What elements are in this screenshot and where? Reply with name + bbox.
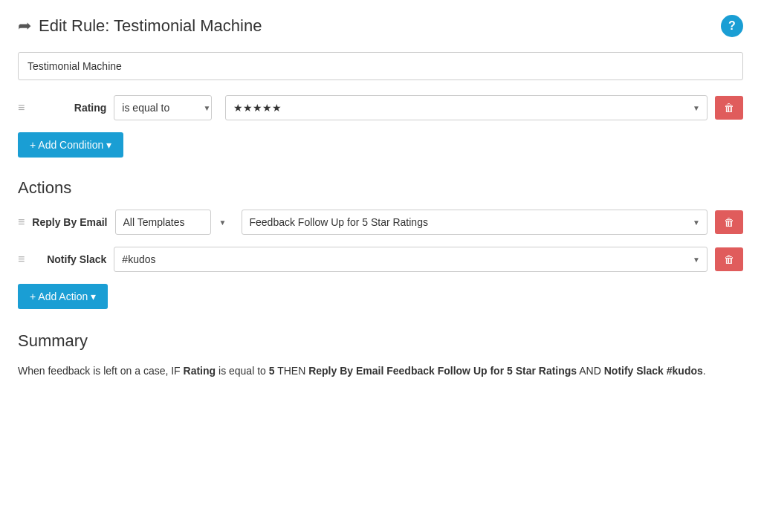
template-category-select[interactable]: All Templates My Templates — [115, 210, 211, 235]
delete-action2-button[interactable]: 🗑 — [715, 247, 743, 271]
summary-title: Summary — [18, 331, 743, 351]
add-condition-button[interactable]: + Add Condition ▾ — [18, 132, 123, 158]
summary-then: THEN — [275, 365, 309, 377]
template-category-select-wrapper: All Templates My Templates — [115, 210, 234, 235]
summary-condition-value: 5 — [269, 365, 275, 377]
template-name-select-wrapper: Feedback Follow Up for 5 Star Ratings Th… — [242, 210, 708, 235]
condition-value-select-wrapper: ★★★★★ ★★★★ ★★★ ★★ ★ — [225, 95, 707, 120]
summary-condition-field: Rating — [184, 365, 216, 377]
summary-action1: Reply By Email Feedback Follow Up for 5 … — [308, 365, 577, 377]
condition-field-label: Rating — [32, 102, 106, 114]
condition-value-select[interactable]: ★★★★★ ★★★★ ★★★ ★★ ★ — [225, 95, 707, 120]
drag-handle-action2-icon[interactable]: ≡ — [18, 253, 25, 266]
actions-title: Actions — [18, 178, 743, 198]
page-header: ➦ Edit Rule: Testimonial Machine ? — [18, 15, 743, 37]
template-name-select[interactable]: Feedback Follow Up for 5 Star Ratings Th… — [242, 210, 708, 235]
actions-section: Actions ≡ Reply By Email All Templates M… — [18, 178, 743, 272]
slack-channel-select-wrapper: #kudos #general #feedback — [114, 247, 707, 272]
slack-channel-select[interactable]: #kudos #general #feedback — [114, 247, 707, 272]
summary-prefix: When feedback is left on a case, IF — [18, 365, 184, 377]
action2-field-label: Notify Slack — [32, 253, 106, 265]
summary-action2: Notify Slack #kudos — [604, 365, 703, 377]
summary-condition-op: is equal to — [216, 365, 269, 377]
action-row-notify-slack: ≡ Notify Slack #kudos #general #feedback… — [18, 247, 743, 272]
condition-operator-select[interactable]: is equal to is not equal to is greater t… — [114, 95, 212, 120]
delete-condition-button[interactable]: 🗑 — [715, 96, 743, 120]
action-row-reply-email: ≡ Reply By Email All Templates My Templa… — [18, 210, 743, 235]
add-action-button[interactable]: + Add Action ▾ — [18, 284, 108, 309]
action1-field-label: Reply By Email — [32, 216, 107, 228]
condition-row: ≡ Rating is equal to is not equal to is … — [18, 95, 743, 120]
summary-section: Summary When feedback is left on a case,… — [18, 331, 743, 379]
summary-suffix: . — [703, 365, 706, 377]
drag-handle-action1-icon[interactable]: ≡ — [18, 215, 25, 229]
summary-and: AND — [577, 365, 604, 377]
title-row: ➦ Edit Rule: Testimonial Machine — [18, 16, 262, 36]
back-arrow-icon: ➦ — [18, 16, 31, 36]
page-title: Edit Rule: Testimonial Machine — [39, 16, 262, 36]
rule-name-input[interactable] — [18, 52, 743, 80]
help-button[interactable]: ? — [721, 15, 743, 37]
summary-text: When feedback is left on a case, IF Rati… — [18, 363, 743, 379]
delete-action1-button[interactable]: 🗑 — [715, 210, 743, 234]
drag-handle-icon[interactable]: ≡ — [18, 101, 25, 114]
operator-select-wrapper: is equal to is not equal to is greater t… — [114, 95, 218, 120]
